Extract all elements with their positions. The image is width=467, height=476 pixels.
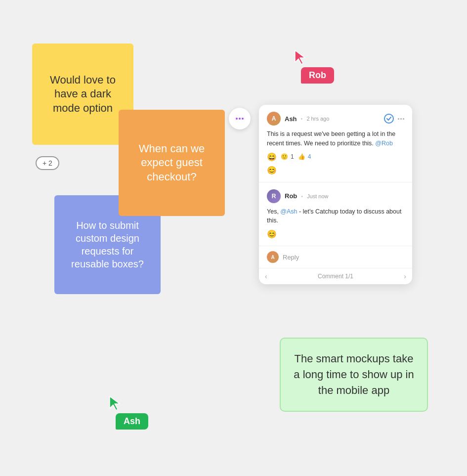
svg-marker-4 bbox=[110, 396, 120, 410]
plus-badge[interactable]: + 2 bbox=[36, 156, 59, 170]
cursor-ash: Ash bbox=[109, 395, 148, 430]
add-reaction-footer: 😊 bbox=[267, 166, 404, 175]
first-comment-header: A Ash • 2 hrs ago bbox=[267, 112, 404, 126]
second-comment-text-before: Yes, bbox=[267, 208, 280, 215]
separator2: • bbox=[301, 193, 303, 199]
second-add-reaction-button[interactable]: 😊 bbox=[267, 230, 277, 238]
comment-card: A Ash • 2 hrs ago This is a request bbox=[259, 105, 412, 284]
second-comment-mention: @Ash bbox=[280, 208, 297, 215]
sticky-note-purple-text: How to submit custom design requests for… bbox=[64, 219, 151, 270]
next-comment-arrow[interactable]: › bbox=[404, 272, 406, 280]
first-comment-author-row: A Ash • 2 hrs ago bbox=[267, 112, 329, 126]
sticky-note-green-text: The smart mockups take a long time to sh… bbox=[293, 351, 415, 398]
cursor-ash-label: Ash bbox=[116, 413, 148, 430]
checkmark-icon bbox=[386, 116, 392, 122]
svg-point-1 bbox=[239, 118, 241, 120]
card-pagination: ‹ Comment 1/1 › bbox=[259, 268, 412, 284]
more-options-icon[interactable] bbox=[398, 118, 404, 120]
sticky-note-green[interactable]: The smart mockups take a long time to sh… bbox=[280, 338, 428, 412]
reaction-smile[interactable]: 😄 bbox=[267, 152, 277, 162]
plus-badge-label: + 2 bbox=[42, 159, 52, 167]
second-comment-time: Just now bbox=[307, 193, 328, 199]
reaction-thumbsup[interactable]: 👍 4 bbox=[298, 153, 311, 160]
first-comment-time: 2 hrs ago bbox=[306, 116, 329, 122]
first-comment-actions bbox=[384, 114, 404, 124]
reactions-row: 😄 🙂 1 👍 4 bbox=[267, 152, 404, 162]
reply-placeholder: Reply bbox=[283, 254, 299, 261]
second-comment-author-name: Rob bbox=[285, 192, 297, 200]
dots-menu-badge[interactable] bbox=[229, 108, 251, 130]
sticky-note-yellow-text: Would love to have a dark mode option bbox=[42, 73, 124, 116]
sticky-note-orange-text: When can we expect guest checkout? bbox=[128, 142, 215, 184]
first-comment-body: This is a request we've been getting a l… bbox=[267, 130, 404, 148]
second-comment-author-row: R Rob • Just now bbox=[267, 189, 329, 203]
svg-point-0 bbox=[236, 118, 238, 120]
cursor-rob-label: Rob bbox=[301, 67, 334, 84]
reply-section[interactable]: A Reply bbox=[259, 246, 412, 268]
reaction-smiley[interactable]: 🙂 1 bbox=[281, 153, 294, 160]
second-comment-reaction-area: 😊 bbox=[267, 229, 404, 239]
cursor-ash-arrow bbox=[109, 395, 123, 411]
check-icon[interactable] bbox=[384, 114, 394, 124]
avatar-rob: R bbox=[267, 189, 281, 203]
first-comment-mention: @Rob bbox=[375, 140, 393, 147]
svg-point-2 bbox=[242, 118, 244, 120]
cursor-rob-arrow bbox=[294, 49, 308, 65]
dots-icon bbox=[235, 114, 245, 124]
reply-avatar: A bbox=[267, 251, 279, 263]
first-comment-author-name: Ash bbox=[285, 115, 297, 123]
avatar-ash: A bbox=[267, 112, 281, 126]
separator: • bbox=[301, 116, 303, 122]
prev-comment-arrow[interactable]: ‹ bbox=[265, 272, 267, 280]
second-comment: R Rob • Just now Yes, @Ash - let's Catch… bbox=[259, 182, 412, 246]
pagination-label: Comment 1/1 bbox=[318, 273, 353, 280]
cursor-rob: Rob bbox=[294, 49, 334, 84]
svg-marker-3 bbox=[295, 50, 305, 64]
add-reaction-button[interactable]: 😊 bbox=[267, 166, 277, 174]
first-comment: A Ash • 2 hrs ago This is a request bbox=[259, 105, 412, 182]
sticky-note-orange[interactable]: When can we expect guest checkout? bbox=[119, 110, 225, 216]
second-comment-header: R Rob • Just now bbox=[267, 189, 404, 203]
second-comment-body: Yes, @Ash - let's Catchup today to discu… bbox=[267, 207, 404, 226]
